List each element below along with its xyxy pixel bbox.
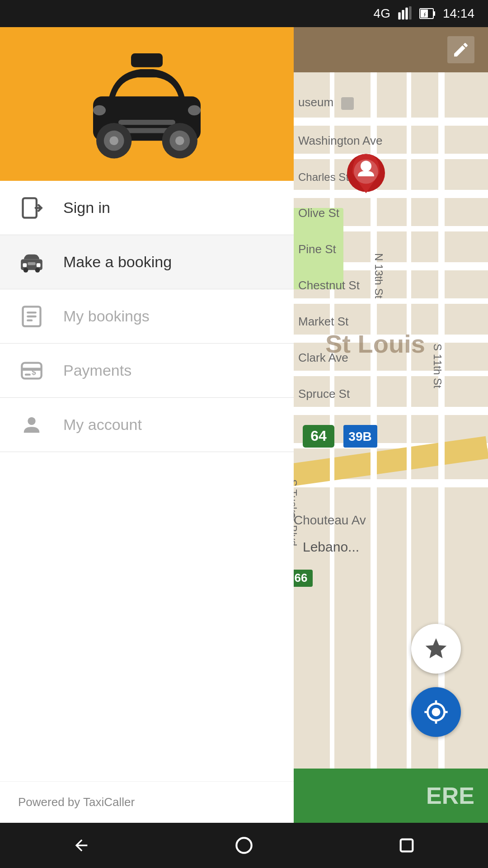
account-icon [18, 411, 45, 439]
svg-point-73 [35, 267, 40, 272]
make-booking-label: Make a booking [63, 253, 172, 271]
svg-rect-76 [27, 315, 37, 317]
svg-rect-69 [23, 263, 27, 267]
svg-point-61 [109, 136, 118, 145]
right-header-bar [294, 27, 488, 72]
sign-in-label: Sign in [63, 199, 110, 217]
svg-rect-55 [131, 53, 163, 67]
svg-point-65 [93, 105, 106, 115]
svg-text:S 11th St: S 11th St [432, 344, 444, 388]
svg-text:Washington Ave: Washington Ave [298, 134, 382, 147]
svg-text:N 13th St: N 13th St [373, 253, 385, 298]
menu-item-make-booking[interactable]: Make a booking [0, 235, 294, 289]
menu-item-sign-in[interactable]: Sign in [0, 181, 294, 235]
gps-location-button[interactable] [411, 687, 461, 737]
status-bar-content: 4G 14:14 [374, 6, 474, 21]
recents-button[interactable] [389, 827, 425, 863]
favorites-button[interactable] [411, 624, 461, 674]
android-nav-bar [0, 823, 488, 868]
booking-taxi-icon [18, 249, 45, 276]
svg-rect-71 [28, 262, 35, 265]
svg-point-66 [188, 105, 201, 115]
signal-indicator: 4G [374, 6, 390, 21]
drawer-footer: Powered by TaxiCaller [0, 781, 294, 823]
svg-text:Chestnut St: Chestnut St [298, 278, 360, 292]
payments-icon: $ [18, 357, 45, 384]
signal-bars-icon [398, 6, 412, 21]
svg-text:Charles St: Charles St [298, 171, 349, 183]
svg-rect-24 [407, 27, 411, 823]
svg-point-83 [236, 838, 251, 853]
svg-point-64 [175, 136, 184, 145]
menu-list: Sign in Make a booking [0, 181, 294, 781]
back-button[interactable] [63, 827, 99, 863]
my-bookings-label: My bookings [63, 307, 150, 325]
bottom-bar-text: ERE [426, 782, 474, 809]
svg-text:Chouteau Av: Chouteau Av [294, 513, 366, 527]
svg-point-82 [28, 417, 35, 425]
svg-rect-67 [23, 198, 37, 217]
menu-item-payments[interactable]: $ Payments [0, 344, 294, 398]
bookings-list-icon [18, 303, 45, 330]
location-pin [343, 149, 389, 205]
svg-text:Lebano...: Lebano... [303, 539, 359, 554]
powered-by-text: Powered by TaxiCaller [18, 795, 135, 809]
svg-rect-5 [433, 11, 435, 16]
svg-text:Olive St: Olive St [298, 206, 340, 220]
svg-rect-70 [37, 263, 41, 267]
menu-item-my-bookings[interactable]: My bookings [0, 289, 294, 344]
svg-point-54 [361, 161, 371, 172]
svg-text:Pine St: Pine St [298, 242, 337, 256]
svg-text:St Louis: St Louis [325, 330, 425, 358]
svg-rect-77 [27, 319, 33, 321]
payments-label: Payments [63, 362, 131, 379]
drawer-header [0, 27, 294, 181]
svg-rect-57 [118, 120, 175, 125]
status-bar: 4G 14:14 [0, 0, 488, 27]
my-account-label: My account [63, 416, 142, 434]
navigation-drawer: Sign in Make a booking [0, 27, 294, 823]
battery-icon [419, 7, 436, 20]
clock: 14:14 [443, 6, 474, 21]
svg-point-72 [23, 267, 28, 272]
app-logo [84, 45, 210, 163]
svg-rect-75 [27, 311, 37, 313]
svg-rect-3 [409, 6, 411, 19]
svg-text:Spruce St: Spruce St [298, 387, 350, 401]
svg-rect-84 [401, 840, 413, 852]
svg-text:39B: 39B [348, 429, 371, 443]
svg-text:66: 66 [295, 571, 308, 585]
svg-text:useum: useum [298, 95, 333, 109]
svg-rect-1 [402, 10, 404, 19]
svg-rect-42 [341, 97, 354, 110]
menu-item-my-account[interactable]: My account [0, 398, 294, 452]
svg-rect-80 [25, 373, 31, 375]
edit-button[interactable] [447, 36, 474, 63]
home-button[interactable] [226, 827, 262, 863]
svg-rect-0 [398, 12, 400, 19]
svg-rect-2 [405, 8, 408, 20]
svg-text:$: $ [32, 367, 36, 376]
sign-in-icon [18, 194, 45, 222]
svg-text:Market St: Market St [298, 315, 349, 328]
svg-text:64: 64 [310, 428, 327, 444]
bottom-action-bar[interactable]: ERE [294, 769, 488, 823]
